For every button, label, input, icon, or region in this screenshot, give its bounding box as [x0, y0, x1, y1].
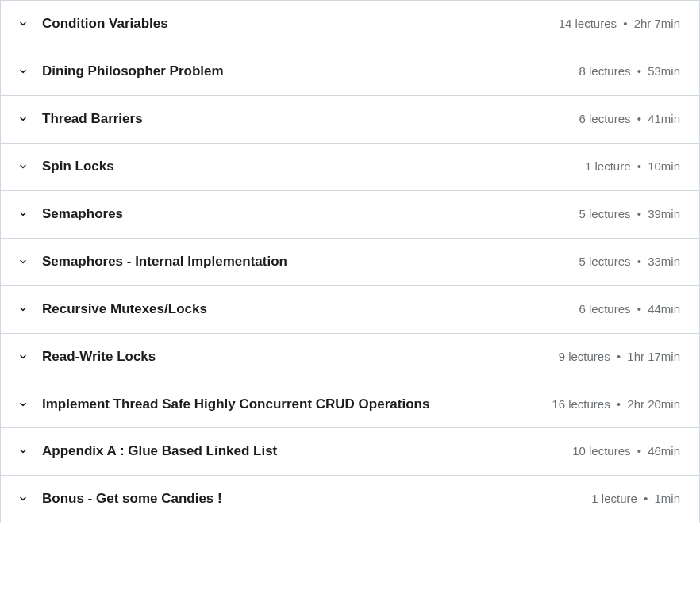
- chevron-down-icon: [18, 494, 28, 504]
- chevron-down-icon: [18, 352, 28, 362]
- lectures-count: 9 lectures: [559, 350, 610, 363]
- section-meta: 9 lectures • 1hr 17min: [559, 349, 680, 365]
- section-row[interactable]: Implement Thread Safe Highly Concurrent …: [1, 381, 699, 429]
- section-title: Condition Variables: [42, 15, 559, 33]
- section-row[interactable]: Spin Locks 1 lecture • 10min: [1, 144, 699, 191]
- duration: 41min: [648, 112, 680, 125]
- duration: 39min: [648, 207, 680, 220]
- section-title: Bonus - Get some Candies !: [42, 490, 591, 508]
- bullet-separator: •: [617, 397, 621, 411]
- chevron-down-icon: [18, 162, 28, 171]
- section-meta: 6 lectures • 44min: [579, 301, 680, 317]
- duration: 1min: [654, 492, 680, 505]
- duration: 10min: [648, 159, 680, 173]
- bullet-separator: •: [637, 302, 641, 316]
- section-title: Appendix A : Glue Based Linked List: [42, 442, 572, 461]
- lectures-count: 10 lectures: [572, 444, 630, 458]
- bullet-separator: •: [617, 350, 621, 363]
- course-section-list: Condition Variables 14 lectures • 2hr 7m…: [0, 0, 700, 523]
- lectures-count: 6 lectures: [579, 112, 630, 125]
- duration: 53min: [648, 64, 680, 78]
- duration: 33min: [648, 255, 680, 268]
- duration: 2hr 20min: [627, 397, 680, 411]
- lectures-count: 1 lecture: [585, 159, 631, 173]
- bullet-separator: •: [637, 255, 641, 268]
- chevron-down-icon: [18, 19, 28, 29]
- section-row[interactable]: Appendix A : Glue Based Linked List 10 l…: [1, 428, 699, 476]
- duration: 44min: [648, 302, 680, 316]
- section-row[interactable]: Dining Philosopher Problem 8 lectures • …: [1, 48, 699, 96]
- section-meta: 14 lectures • 2hr 7min: [559, 16, 680, 32]
- bullet-separator: •: [644, 492, 648, 505]
- section-row[interactable]: Recursive Mutexes/Locks 6 lectures • 44m…: [1, 286, 699, 334]
- lectures-count: 14 lectures: [559, 17, 617, 30]
- bullet-separator: •: [637, 444, 641, 458]
- chevron-down-icon: [18, 446, 28, 456]
- section-row[interactable]: Semaphores 5 lectures • 39min: [1, 191, 699, 239]
- section-title: Thread Barriers: [42, 110, 579, 128]
- section-meta: 5 lectures • 39min: [579, 206, 680, 222]
- chevron-down-icon: [18, 209, 28, 219]
- bullet-separator: •: [637, 112, 641, 125]
- section-meta: 5 lectures • 33min: [579, 254, 680, 270]
- duration: 46min: [648, 444, 680, 458]
- bullet-separator: •: [623, 17, 627, 30]
- section-title: Read-Write Locks: [42, 348, 559, 366]
- chevron-down-icon: [18, 67, 28, 76]
- section-title: Semaphores: [42, 205, 579, 224]
- section-row[interactable]: Bonus - Get some Candies ! 1 lecture • 1…: [1, 476, 699, 523]
- section-title: Semaphores - Internal Implementation: [42, 253, 579, 271]
- section-row[interactable]: Thread Barriers 6 lectures • 41min: [1, 96, 699, 144]
- lectures-count: 8 lectures: [579, 64, 630, 78]
- lectures-count: 5 lectures: [579, 207, 630, 220]
- bullet-separator: •: [637, 207, 641, 220]
- chevron-down-icon: [18, 114, 28, 124]
- section-meta: 10 lectures • 46min: [572, 443, 680, 459]
- section-row[interactable]: Semaphores - Internal Implementation 5 l…: [1, 239, 699, 286]
- chevron-down-icon: [18, 257, 28, 266]
- lectures-count: 5 lectures: [579, 255, 630, 268]
- section-meta: 6 lectures • 41min: [579, 111, 680, 127]
- bullet-separator: •: [637, 159, 641, 173]
- section-meta: 16 lectures • 2hr 20min: [552, 397, 680, 412]
- lectures-count: 16 lectures: [552, 397, 610, 411]
- section-meta: 8 lectures • 53min: [579, 63, 680, 79]
- section-row[interactable]: Condition Variables 14 lectures • 2hr 7m…: [1, 1, 699, 48]
- section-meta: 1 lecture • 1min: [591, 491, 680, 507]
- section-title: Implement Thread Safe Highly Concurrent …: [42, 396, 552, 414]
- duration: 1hr 17min: [627, 350, 680, 363]
- duration: 2hr 7min: [634, 17, 680, 30]
- lectures-count: 1 lecture: [591, 492, 637, 505]
- section-meta: 1 lecture • 10min: [585, 159, 680, 174]
- section-row[interactable]: Read-Write Locks 9 lectures • 1hr 17min: [1, 334, 699, 381]
- lectures-count: 6 lectures: [579, 302, 630, 316]
- chevron-down-icon: [18, 400, 28, 409]
- section-title: Spin Locks: [42, 158, 585, 176]
- bullet-separator: •: [637, 64, 641, 78]
- section-title: Dining Philosopher Problem: [42, 63, 579, 81]
- section-title: Recursive Mutexes/Locks: [42, 301, 579, 319]
- chevron-down-icon: [18, 305, 28, 314]
